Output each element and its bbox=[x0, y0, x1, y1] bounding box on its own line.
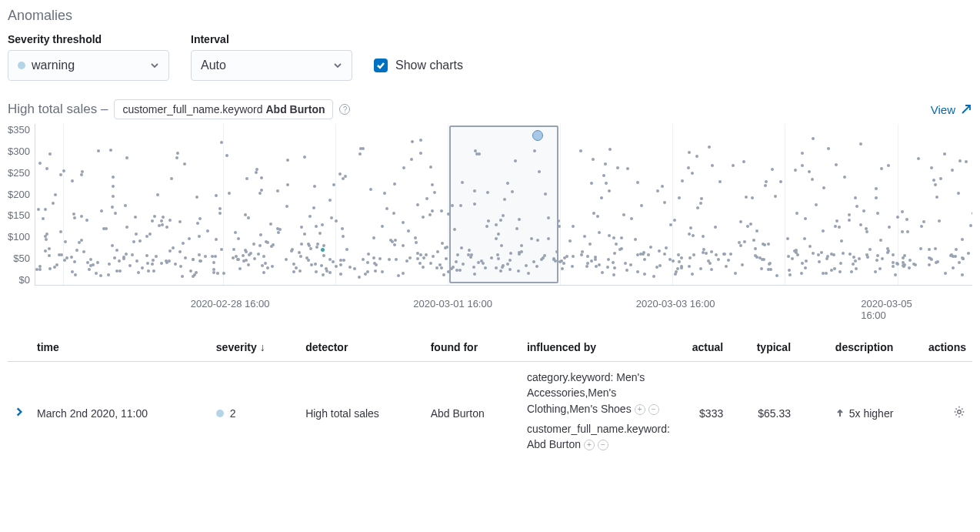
data-point bbox=[608, 148, 612, 151]
x-tick: 2020-03-05 16:00 bbox=[861, 298, 935, 321]
data-point bbox=[204, 255, 207, 258]
data-point bbox=[972, 212, 972, 215]
grid-line bbox=[223, 124, 224, 285]
data-point bbox=[447, 270, 450, 273]
data-point bbox=[763, 243, 766, 246]
data-point bbox=[935, 261, 938, 264]
col-typical[interactable]: typical bbox=[729, 333, 797, 362]
data-point bbox=[141, 266, 144, 269]
data-point bbox=[848, 253, 852, 256]
x-tick: 2020-02-28 16:00 bbox=[191, 298, 270, 309]
gear-icon[interactable] bbox=[952, 405, 966, 419]
data-point bbox=[286, 159, 289, 162]
data-point bbox=[634, 238, 637, 241]
data-point bbox=[176, 152, 179, 155]
data-point bbox=[402, 166, 405, 169]
severity-threshold-select[interactable]: warning bbox=[8, 50, 169, 81]
data-point bbox=[285, 258, 288, 261]
data-point bbox=[419, 152, 422, 155]
data-point bbox=[461, 181, 464, 184]
cell-influenced-by: category.keyword: Men's Accessories,Men'… bbox=[521, 362, 666, 465]
data-point bbox=[335, 219, 338, 223]
data-point bbox=[344, 175, 347, 178]
data-point bbox=[429, 262, 432, 265]
data-point bbox=[322, 244, 325, 247]
data-point bbox=[969, 224, 972, 227]
col-found-for[interactable]: found for bbox=[425, 333, 521, 362]
info-icon[interactable]: ? bbox=[339, 104, 350, 115]
filter-add-icon[interactable]: + bbox=[635, 404, 645, 415]
data-point bbox=[649, 246, 652, 249]
data-point bbox=[276, 189, 279, 192]
svg-point-1 bbox=[958, 410, 962, 414]
data-point bbox=[425, 197, 428, 200]
data-point bbox=[932, 179, 935, 182]
data-point bbox=[411, 140, 414, 143]
filter-remove-icon[interactable]: − bbox=[648, 404, 659, 415]
data-point bbox=[768, 262, 772, 265]
data-point bbox=[122, 256, 125, 259]
data-point bbox=[196, 222, 199, 225]
data-point bbox=[951, 169, 954, 172]
interval-value: Auto bbox=[201, 59, 226, 72]
col-time[interactable]: time bbox=[31, 333, 210, 362]
data-point bbox=[198, 253, 201, 256]
expand-row-button[interactable] bbox=[14, 407, 25, 417]
anomaly-marker[interactable] bbox=[532, 130, 543, 141]
data-point bbox=[393, 243, 396, 246]
data-point bbox=[309, 247, 312, 250]
data-point bbox=[764, 184, 767, 187]
cell-actions bbox=[899, 362, 972, 465]
data-point bbox=[746, 225, 749, 228]
data-point bbox=[711, 164, 714, 167]
col-severity[interactable]: severity↓ bbox=[210, 333, 299, 362]
data-point bbox=[74, 273, 77, 276]
data-point bbox=[147, 269, 150, 273]
col-influenced-by[interactable]: influenced by bbox=[521, 333, 666, 362]
show-charts-checkbox[interactable] bbox=[374, 59, 388, 72]
data-point bbox=[879, 239, 882, 242]
data-point bbox=[214, 255, 217, 258]
col-description[interactable]: description bbox=[797, 333, 899, 362]
data-point bbox=[198, 217, 202, 220]
data-point bbox=[601, 271, 604, 274]
data-point bbox=[786, 237, 789, 240]
col-actions[interactable]: actions bbox=[899, 333, 972, 362]
grid-line bbox=[448, 124, 448, 285]
col-actual[interactable]: actual bbox=[666, 333, 729, 362]
data-point bbox=[939, 177, 942, 180]
data-point bbox=[801, 152, 804, 155]
data-point bbox=[928, 248, 931, 251]
chart-entity-chip[interactable]: customer_full_name.keyword Abd Burton bbox=[114, 99, 333, 119]
data-point bbox=[335, 265, 338, 268]
data-point bbox=[636, 253, 639, 256]
data-point bbox=[727, 259, 730, 262]
data-point bbox=[80, 239, 83, 242]
data-point bbox=[422, 266, 425, 269]
severity-threshold-group: Severity threshold warning bbox=[8, 33, 169, 81]
y-tick: $150 bbox=[8, 209, 30, 221]
data-point bbox=[431, 209, 434, 212]
data-point bbox=[834, 225, 837, 228]
data-point bbox=[661, 185, 664, 188]
data-point bbox=[822, 272, 825, 275]
interval-select[interactable]: Auto bbox=[191, 50, 352, 81]
filter-add-icon[interactable]: + bbox=[584, 440, 595, 450]
highlight-point bbox=[321, 248, 325, 252]
cell-typical: $65.33 bbox=[729, 362, 797, 465]
data-point bbox=[663, 201, 666, 204]
data-point bbox=[771, 168, 774, 171]
data-point bbox=[852, 256, 855, 259]
data-point bbox=[45, 238, 48, 241]
data-point bbox=[717, 258, 720, 261]
data-point bbox=[113, 256, 116, 259]
data-point bbox=[922, 220, 925, 223]
data-point bbox=[341, 227, 344, 230]
data-point bbox=[680, 256, 683, 259]
view-link[interactable]: View bbox=[931, 103, 972, 116]
col-detector[interactable]: detector bbox=[299, 333, 425, 362]
cell-time: March 2nd 2020, 11:00 bbox=[31, 362, 210, 465]
chart-plot-area[interactable] bbox=[35, 124, 972, 286]
filter-remove-icon[interactable]: − bbox=[598, 440, 608, 450]
data-point bbox=[580, 253, 583, 256]
